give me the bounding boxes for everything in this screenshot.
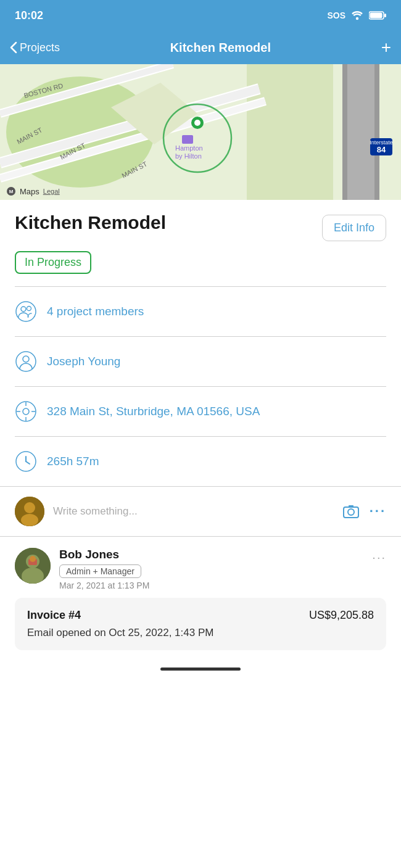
post-header: Bob Jones Admin + Manager Mar 2, 2021 at… — [15, 548, 386, 590]
back-label: Projects — [20, 41, 60, 54]
nav-bar: Projects Kitchen Remodel + — [0, 31, 401, 64]
svg-rect-13 — [345, 64, 379, 200]
svg-rect-6 — [247, 64, 333, 200]
wifi-icon — [350, 10, 364, 20]
svg-rect-2 — [370, 13, 382, 19]
home-bar — [160, 668, 241, 671]
post-author-avatar — [15, 548, 51, 584]
more-options-icon[interactable]: ··· — [370, 503, 386, 519]
svg-rect-24 — [182, 135, 193, 144]
duration-text: 265h 57m — [47, 455, 99, 468]
members-text: 4 project members — [47, 305, 144, 318]
svg-point-36 — [23, 356, 29, 362]
status-time: 10:02 — [15, 9, 43, 22]
svg-point-35 — [16, 352, 36, 371]
post-more-button[interactable]: ··· — [372, 548, 386, 564]
post-role-badge: Admin + Manager — [59, 564, 141, 578]
svg-rect-3 — [384, 14, 386, 17]
svg-point-34 — [27, 307, 31, 311]
invoice-row: Invoice #4 US$9,205.88 — [27, 609, 374, 622]
duration-row[interactable]: 265h 57m — [15, 437, 386, 486]
add-button[interactable]: + — [381, 39, 391, 56]
owner-name: Joseph Young — [47, 355, 120, 368]
invoice-amount: US$9,205.88 — [309, 609, 374, 622]
members-icon — [15, 300, 37, 323]
address-icon — [15, 400, 37, 423]
members-row[interactable]: 4 project members — [15, 287, 386, 337]
owner-icon — [15, 350, 37, 373]
post-author-name: Bob Jones — [59, 548, 372, 561]
status-bar: 10:02 SOS — [0, 0, 401, 31]
svg-text:Hampton: Hampton — [175, 144, 203, 152]
svg-point-48 — [21, 514, 38, 526]
post-info: Bob Jones Admin + Manager Mar 2, 2021 at… — [59, 548, 372, 590]
status-icons: SOS — [327, 10, 386, 20]
map-view[interactable]: BOSTON RD MAIN ST MAIN ST MAIN ST Hampto… — [0, 64, 401, 200]
svg-point-32 — [16, 302, 36, 321]
svg-point-38 — [23, 408, 29, 415]
apple-maps-logo: Maps — [20, 187, 39, 196]
address-text: 328 Main St, Sturbridge, MA 01566, USA — [47, 405, 260, 418]
comment-placeholder[interactable]: Write something... — [53, 505, 334, 518]
camera-icon[interactable] — [342, 504, 360, 519]
svg-point-56 — [30, 556, 36, 562]
battery-icon — [369, 11, 386, 20]
project-header: Kitchen Remodel Edit Info — [15, 212, 386, 241]
svg-point-50 — [348, 509, 354, 515]
svg-point-47 — [24, 502, 35, 513]
invoice-status: Email opened on Oct 25, 2022, 1:43 PM — [27, 627, 374, 639]
comment-input-section: Write something... ··· — [0, 486, 401, 536]
address-row[interactable]: 328 Main St, Sturbridge, MA 01566, USA — [15, 387, 386, 437]
post-timestamp: Mar 2, 2021 at 1:13 PM — [59, 581, 372, 590]
svg-point-33 — [21, 307, 26, 312]
svg-line-45 — [26, 461, 30, 464]
owner-row[interactable]: Joseph Young — [15, 337, 386, 387]
current-user-avatar — [15, 497, 44, 526]
status-badge: In Progress — [15, 251, 91, 274]
nav-title: Kitchen Remodel — [170, 41, 271, 55]
svg-text:84: 84 — [377, 145, 386, 154]
sos-indicator: SOS — [327, 10, 345, 20]
svg-text:by Hilton: by Hilton — [175, 152, 202, 160]
edit-info-button[interactable]: Edit Info — [322, 215, 386, 241]
post-section: Bob Jones Admin + Manager Mar 2, 2021 at… — [0, 536, 401, 661]
svg-rect-14 — [342, 64, 347, 200]
home-indicator — [0, 661, 401, 674]
invoice-number: Invoice #4 — [27, 609, 81, 622]
svg-rect-15 — [374, 64, 379, 200]
invoice-card[interactable]: Invoice #4 US$9,205.88 Email opened on O… — [15, 598, 386, 650]
project-title: Kitchen Remodel — [15, 212, 166, 234]
map-attribution: M Maps Legal — [6, 186, 60, 196]
svg-rect-51 — [349, 505, 353, 508]
back-button[interactable]: Projects — [10, 41, 60, 54]
svg-point-0 — [356, 17, 358, 20]
comment-actions: ··· — [342, 503, 386, 519]
map-legal-link[interactable]: Legal — [43, 188, 60, 195]
project-content: Kitchen Remodel Edit Info In Progress 4 … — [0, 200, 401, 486]
svg-point-23 — [194, 120, 200, 126]
svg-text:M: M — [9, 189, 14, 194]
clock-icon — [15, 450, 37, 473]
